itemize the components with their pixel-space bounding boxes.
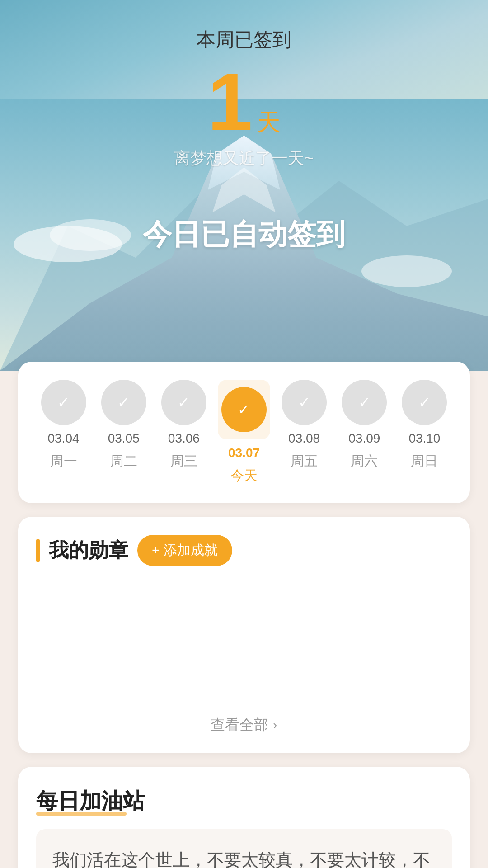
day-date-wednesday: 03.06 (168, 431, 200, 446)
day-item-monday: ✓ 03.04 周一 (36, 380, 91, 485)
motivation-title: 每日加油站 (36, 789, 145, 813)
day-item-saturday: ✓ 03.09 周六 (337, 380, 392, 485)
day-label-tuesday: 周二 (110, 452, 137, 471)
day-item-tuesday: ✓ 03.05 周二 (96, 380, 151, 485)
page-content: ✓ 03.04 周一 ✓ 03.05 周二 ✓ 03.06 周三 (0, 362, 488, 868)
days-unit: 天 (257, 107, 281, 138)
days-display: 1 天 (207, 61, 281, 143)
day-circle-friday: ✓ (282, 380, 327, 425)
day-circle-wednesday: ✓ (161, 380, 206, 425)
day-circle-tuesday: ✓ (101, 380, 146, 425)
check-icon-sunday: ✓ (418, 394, 431, 411)
week-days-grid: ✓ 03.04 周一 ✓ 03.05 周二 ✓ 03.06 周三 (36, 380, 452, 485)
today-highlight-bg: ✓ (218, 380, 270, 439)
week-calendar-card: ✓ 03.04 周一 ✓ 03.05 周二 ✓ 03.06 周三 (18, 362, 470, 503)
svg-point-7 (361, 255, 452, 287)
day-label-monday: 周一 (50, 452, 77, 471)
motivation-title-area: 每日加油站 (36, 787, 452, 816)
day-item-friday: ✓ 03.08 周五 (277, 380, 332, 485)
section-indicator (36, 539, 40, 562)
badges-card: 我的勋章 + 添加成就 查看全部 › (18, 517, 470, 753)
chevron-right-icon: › (273, 718, 277, 732)
days-number: 1 (207, 61, 253, 143)
day-item-today: ✓ 03.07 今天 (216, 380, 271, 485)
day-date-today: 03.07 (228, 446, 260, 460)
day-label-wednesday: 周三 (170, 452, 197, 471)
day-label-today: 今天 (230, 467, 258, 485)
day-date-saturday: 03.09 (348, 431, 380, 446)
add-achievement-button[interactable]: + 添加成就 (137, 535, 232, 566)
day-circle-today: ✓ (221, 387, 267, 432)
check-icon-tuesday: ✓ (117, 394, 130, 411)
motivation-card: 每日加油站 我们活在这个世上，不要太较真，不要太计较，不要太认真，最好傻傻的，痴… (18, 767, 470, 868)
badges-empty-area (36, 580, 452, 706)
day-date-sunday: 03.10 (408, 431, 440, 446)
motivation-text-box: 我们活在这个世上，不要太较真，不要太计较，不要太认真，最好傻傻的，痴痴的。让别人… (36, 829, 452, 868)
dream-subtitle: 离梦想又近了一天~ (174, 147, 314, 170)
view-all-label: 查看全部 (211, 715, 268, 735)
motivation-underline (36, 812, 127, 816)
badges-section-title: 我的勋章 (49, 537, 128, 564)
hero-section: 本周已签到 1 天 离梦想又近了一天~ ✦ 今日已自动签到 ✦ (0, 0, 488, 371)
day-circle-monday: ✓ (41, 380, 86, 425)
check-icon-today: ✓ (238, 401, 250, 418)
hero-content: 本周已签到 1 天 离梦想又近了一天~ ✦ 今日已自动签到 ✦ (0, 0, 488, 254)
view-all-button[interactable]: 查看全部 › (36, 715, 452, 735)
day-date-friday: 03.08 (288, 431, 320, 446)
day-date-monday: 03.04 (48, 431, 80, 446)
day-label-sunday: 周日 (411, 452, 438, 471)
badges-section-header: 我的勋章 + 添加成就 (36, 535, 452, 566)
check-icon-saturday: ✓ (358, 394, 371, 411)
day-label-friday: 周五 (291, 452, 318, 471)
check-icon-monday: ✓ (57, 394, 70, 411)
day-label-saturday: 周六 (351, 452, 378, 471)
day-date-tuesday: 03.05 (108, 431, 140, 446)
day-circle-sunday: ✓ (402, 380, 447, 425)
day-circle-saturday: ✓ (342, 380, 387, 425)
day-item-wednesday: ✓ 03.06 周三 (156, 380, 211, 485)
check-icon-friday: ✓ (298, 394, 310, 411)
day-item-sunday: ✓ 03.10 周日 (397, 380, 452, 485)
motivation-text: 我们活在这个世上，不要太较真，不要太计较，不要太认真，最好傻傻的，痴痴的。让别人… (52, 845, 436, 868)
week-signed-title: 本周已签到 (197, 27, 291, 52)
auto-signed-badge: 今日已自动签到 (143, 218, 345, 250)
check-icon-wednesday: ✓ (178, 394, 190, 411)
